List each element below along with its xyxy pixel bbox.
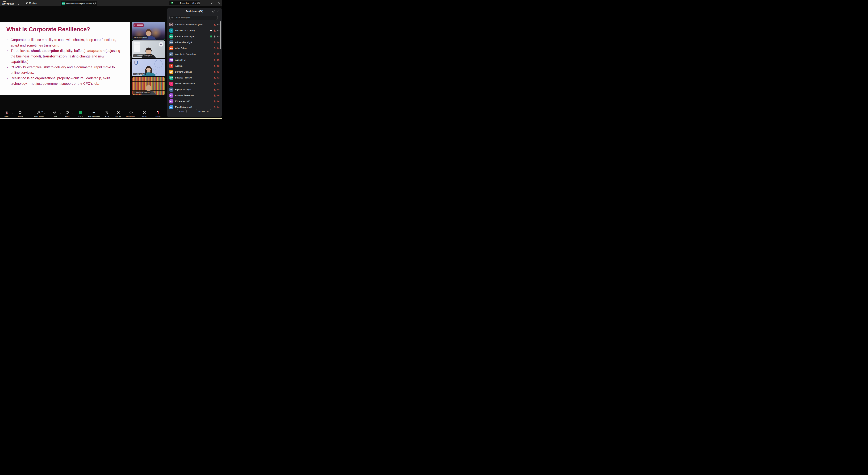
camera-off-icon (217, 88, 220, 91)
tab-shared-screen-label: Ramunė Budrionytė's screen (66, 3, 92, 5)
mic-muted-icon (214, 59, 216, 61)
camera-on-icon (217, 29, 220, 32)
toolbar-meeting-info-button[interactable]: Meeting info (124, 111, 138, 117)
avatar: RB (62, 2, 65, 5)
participant-row[interactable]: Anastasiia Samoilikova (Me) (167, 22, 222, 28)
mic-muted-icon (214, 88, 216, 91)
participant-row[interactable]: AMAugustė M. (167, 57, 222, 63)
toolbar-share-button[interactable]: Share (73, 111, 88, 117)
participant-status-icons (214, 41, 220, 43)
search-input[interactable] (174, 17, 216, 19)
mic-muted-icon (214, 100, 216, 103)
participant-row[interactable]: AŽAnastasija Žuravskaja (167, 51, 222, 57)
avatar: RB (169, 34, 174, 38)
toolbar-label: AI Companion (88, 115, 100, 117)
participant-search[interactable] (169, 15, 218, 20)
participant-name: Egidijus Būdvytis (175, 88, 212, 91)
avatar: AŽ (169, 52, 174, 56)
apps-icon (105, 110, 109, 115)
participant-status-icons (214, 100, 220, 103)
video-tile[interactable]: U Liliia Derkach (132, 59, 165, 76)
participant-name: Adriana Bereišytė (175, 41, 212, 43)
participant-row[interactable]: ABAdriana Bereišytė (167, 39, 222, 45)
toolbar-label: Apps (105, 115, 109, 117)
participant-status-icons (214, 24, 220, 26)
video-tile[interactable]: Ramunė Budrionytė (132, 22, 165, 40)
info-icon (129, 110, 133, 115)
tab-options-icon[interactable] (93, 2, 96, 5)
chevron-up-icon[interactable] (25, 112, 27, 115)
participant-status-icons (214, 106, 220, 108)
close-icon[interactable] (217, 0, 222, 6)
participant-row[interactable]: ДLiliia Derkach (Host) (167, 28, 222, 33)
popout-icon[interactable] (212, 9, 215, 13)
participant-status-icons (214, 94, 220, 97)
participant-status-icons (214, 76, 220, 79)
people-icon (37, 110, 41, 115)
participant-list: Anastasiia Samoilikova (Me)ДLiliia Derka… (167, 22, 222, 110)
participant-status-icons (214, 83, 220, 85)
restore-button[interactable] (210, 0, 215, 6)
participant-name: Austėja (175, 65, 212, 67)
participant-row[interactable]: AAustėja (167, 63, 222, 69)
mic-muted-icon (214, 94, 216, 97)
toolbar-label: Record (116, 115, 121, 117)
tab-shared-screen[interactable]: RB Ramunė Budrionytė's screen (61, 1, 97, 6)
chevron-up-icon[interactable] (43, 112, 45, 115)
mic-muted-icon (5, 110, 9, 115)
mic-muted-icon (214, 71, 216, 73)
camera-off-icon (217, 53, 220, 55)
participants-scrollbar[interactable] (220, 21, 221, 49)
mic-muted-icon (134, 73, 136, 75)
toolbar-label: Chat (53, 115, 57, 117)
invite-button[interactable]: Invite (177, 109, 187, 114)
toolbar-label: Video (18, 115, 23, 117)
mic-on-icon (214, 35, 216, 38)
participant-status-icons (214, 71, 220, 73)
participant-row[interactable]: BPBeatrice Plieskyte (167, 75, 222, 81)
view-button[interactable]: View (192, 2, 200, 4)
participant-row[interactable]: EAEliza Adamovič (167, 98, 222, 104)
unmute-me-button[interactable]: Unmute me (196, 109, 211, 114)
close-panel-icon[interactable] (216, 9, 220, 13)
tab-meeting-label: Meeting (29, 2, 37, 4)
toolbar-label: Leave (156, 115, 161, 117)
view-label: View (192, 2, 196, 4)
security-shield-icon[interactable] (170, 1, 174, 5)
participant-name: Barbora Dijokaitė (175, 71, 212, 73)
participant-status-icons (214, 59, 220, 61)
toolbar-more-button[interactable]: More (137, 111, 152, 117)
camera-off-icon (217, 47, 220, 50)
participant-row[interactable]: BDBarbora Dijokaitė (167, 69, 222, 75)
ai-companion-status-icon[interactable] (175, 2, 178, 5)
slide-bullet: COVID-19 examples: shift to delivery and… (6, 65, 121, 75)
chevron-down-icon[interactable] (18, 2, 20, 5)
taskbar-edge (0, 118, 222, 119)
slide-bullet: Three levels: shock absorption (liquidit… (6, 48, 121, 65)
video-tile[interactable]: U Anastasiia Samoilikova (132, 40, 165, 58)
mic-muted-icon (214, 24, 216, 26)
sparkle-icon (92, 110, 96, 115)
shared-slide: What Is Corporate Resilience? Corporate … (0, 22, 130, 95)
toolbar-label: Participants (34, 115, 44, 117)
slide-bullet-list: Corporate resilience = ability to cope w… (6, 37, 121, 87)
participant-name: Liliia Derkach (Host) (175, 29, 208, 32)
avatar: EB (169, 88, 174, 92)
avatar: AM (169, 58, 174, 62)
toolbar-label: React (65, 115, 69, 117)
avatar: A (169, 64, 174, 68)
participant-row[interactable]: EBEgidijus Būdvytis (167, 87, 222, 93)
video-tile[interactable]: Oleksandr Petrenko (132, 77, 165, 95)
video-strip-scrollbar[interactable] (130, 56, 131, 62)
leave-icon (156, 110, 160, 115)
participant-row[interactable]: EREma Rakauskaitė (167, 104, 222, 110)
mic-muted-icon (134, 92, 136, 93)
participant-row[interactable]: RBRamunė Budrionytė (167, 33, 222, 39)
toolbar-leave-button[interactable]: Leave (151, 111, 165, 117)
avatar: AB (169, 46, 174, 50)
tab-meeting[interactable]: Meeting (24, 0, 38, 6)
participant-row[interactable]: DDmytro Shevchenko (167, 81, 222, 87)
participant-row[interactable]: ABAlina Babak (167, 45, 222, 51)
minimize-button[interactable] (203, 0, 208, 6)
participant-row[interactable]: EŠEimantė Šerkšnaitė (167, 93, 222, 98)
